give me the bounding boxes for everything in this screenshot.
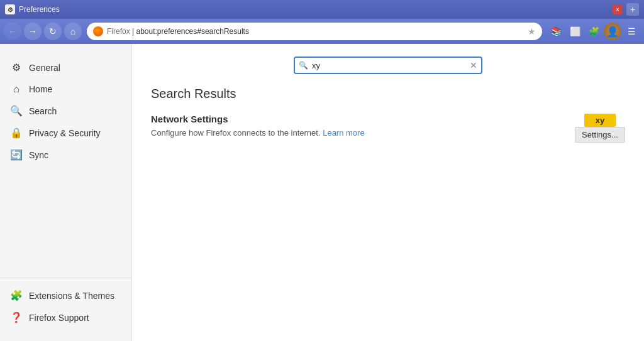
main-content: ⚙ General ⌂ Home 🔍 Search 🔒 Privacy & Se… <box>0 44 644 341</box>
sidebar-item-label: Home <box>29 84 52 94</box>
sidebar-main-items: ⚙ General ⌂ Home 🔍 Search 🔒 Privacy & Se… <box>0 57 131 278</box>
sidebar-item-label: Firefox Support <box>29 313 89 323</box>
address-domain-text: Firefox <box>107 27 130 36</box>
address-bar[interactable]: Firefox | about:preferences#searchResult… <box>87 23 542 40</box>
highlight-badge: xy <box>584 114 616 127</box>
extensions-button[interactable]: 🧩 <box>585 23 602 40</box>
sidebar-item-label: Search <box>29 106 57 116</box>
search-icon: 🔍 <box>10 105 23 117</box>
sidebar-item-label: Privacy & Security <box>29 128 101 138</box>
plus-icon: + <box>630 4 635 14</box>
screenshot-button[interactable]: ⬜ <box>566 23 584 40</box>
title-bar: ⚙ Preferences × + <box>0 0 644 19</box>
nav-right-buttons: 📚 ⬜ 🧩 👤 ☰ <box>547 23 640 40</box>
new-tab-button[interactable]: + <box>626 3 639 16</box>
question-icon: ❓ <box>10 311 23 323</box>
sidebar: ⚙ General ⌂ Home 🔍 Search 🔒 Privacy & Se… <box>0 44 132 341</box>
sync-icon: 🔄 <box>10 149 23 161</box>
screenshot-icon: ⬜ <box>570 26 580 36</box>
pref-search-icon: 🔍 <box>299 61 308 70</box>
sidebar-bottom-items: 🧩 Extensions & Themes ❓ Firefox Support <box>0 278 131 328</box>
tab-title: Preferences <box>19 5 609 14</box>
avatar-icon: 👤 <box>606 26 619 38</box>
firefox-icon <box>93 26 103 36</box>
search-clear-button[interactable]: ✕ <box>470 60 477 70</box>
learn-more-link[interactable]: Learn more <box>323 128 364 138</box>
network-settings-button[interactable]: Settings... <box>575 127 625 143</box>
tab-icon: ⚙ <box>5 4 15 14</box>
menu-button[interactable]: ☰ <box>623 23 640 40</box>
result-description-text: Configure how Firefox connects to the in… <box>151 128 321 138</box>
address-domain: Firefox | about:preferences#searchResult… <box>107 27 524 36</box>
forward-icon: → <box>28 26 37 36</box>
avatar-button[interactable]: 👤 <box>604 23 621 40</box>
close-icon: × <box>616 6 619 13</box>
home-icon: ⌂ <box>10 84 23 95</box>
sidebar-item-label: General <box>29 63 60 73</box>
reload-button[interactable]: ↻ <box>44 23 62 40</box>
bookmarks-icon: 📚 <box>551 26 562 36</box>
puzzle-icon: 🧩 <box>10 290 23 301</box>
back-icon: ← <box>8 26 17 36</box>
sidebar-item-sync[interactable]: 🔄 Sync <box>0 144 131 166</box>
preferences-search-box[interactable]: 🔍 ✕ <box>294 57 482 74</box>
bookmarks-button[interactable]: 📚 <box>547 23 565 40</box>
tab-close-button[interactable]: × <box>613 4 623 14</box>
back-button[interactable]: ← <box>4 23 21 40</box>
lock-icon: 🔒 <box>10 127 23 139</box>
result-heading-network: Network Settings <box>151 114 562 124</box>
result-text-network: Network Settings Configure how Firefox c… <box>151 114 562 138</box>
forward-button[interactable]: → <box>24 23 42 40</box>
hamburger-icon: ☰ <box>628 26 636 36</box>
address-path-text: about:preferences#searchResults <box>136 27 248 36</box>
sidebar-item-privacy[interactable]: 🔒 Privacy & Security <box>0 122 131 144</box>
sidebar-item-home[interactable]: ⌂ Home <box>0 78 131 100</box>
sidebar-item-extensions[interactable]: 🧩 Extensions & Themes <box>0 284 131 306</box>
sidebar-item-label: Extensions & Themes <box>29 291 114 301</box>
result-action-network: xy Settings... <box>575 114 625 143</box>
bookmark-star-icon[interactable]: ★ <box>528 26 536 36</box>
tab-icon-glyph: ⚙ <box>8 6 13 13</box>
result-description-network: Configure how Firefox connects to the in… <box>151 128 562 138</box>
sidebar-item-label: Sync <box>29 150 48 160</box>
sidebar-item-search[interactable]: 🔍 Search <box>0 100 131 122</box>
home-icon: ⌂ <box>70 26 75 36</box>
results-title: Search Results <box>151 87 625 101</box>
home-button[interactable]: ⌂ <box>64 23 82 40</box>
search-container: 🔍 ✕ <box>132 44 644 80</box>
right-panel: 🔍 ✕ Search Results Network Settings Conf… <box>132 44 644 341</box>
extensions-icon: 🧩 <box>589 26 599 36</box>
results-area: Search Results Network Settings Configur… <box>132 80 644 168</box>
gear-icon: ⚙ <box>10 62 23 73</box>
nav-bar: ← → ↻ ⌂ Firefox | about:preferences#sear… <box>0 19 644 44</box>
sidebar-item-support[interactable]: ❓ Firefox Support <box>0 306 131 328</box>
preferences-search-input[interactable] <box>312 61 466 70</box>
result-item-network: Network Settings Configure how Firefox c… <box>151 114 625 143</box>
reload-icon: ↻ <box>49 26 57 36</box>
sidebar-item-general[interactable]: ⚙ General <box>0 57 131 78</box>
